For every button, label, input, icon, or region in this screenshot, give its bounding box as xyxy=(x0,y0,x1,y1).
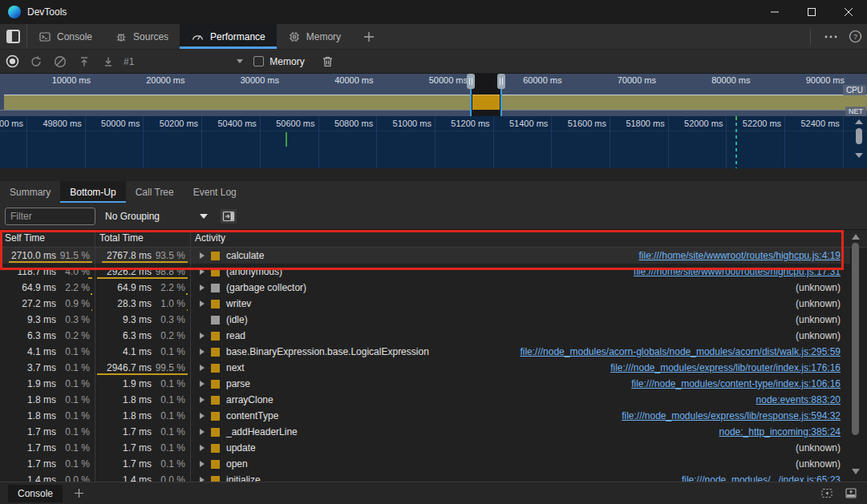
svg-text:?: ? xyxy=(853,33,857,41)
timeline-overview[interactable]: 10000 ms20000 ms30000 ms40000 ms50000 ms… xyxy=(0,74,867,116)
quick-view-panel-icon[interactable] xyxy=(845,487,857,499)
activity-color-swatch xyxy=(211,428,220,437)
help-icon[interactable]: ? xyxy=(843,25,867,49)
expand-arrow-icon[interactable] xyxy=(200,252,205,259)
table-row[interactable]: 4.1 ms0.1 %4.1 ms0.1 %base.BinaryExpress… xyxy=(0,344,850,360)
bottom-up-table: Self Time Total Time Activity 2710.0 ms9… xyxy=(0,230,867,482)
table-scroll-up-icon[interactable] xyxy=(852,234,860,240)
expand-arrow-icon[interactable] xyxy=(200,284,205,291)
tab-event-log[interactable]: Event Log xyxy=(184,181,246,203)
drawer-add-tab-button[interactable] xyxy=(74,488,84,498)
restore-dock-icon[interactable] xyxy=(820,487,833,499)
table-row[interactable]: 1.8 ms0.1 %1.8 ms0.1 %contentTypefile://… xyxy=(0,408,850,424)
column-activity[interactable]: Activity xyxy=(190,230,867,247)
chevron-down-icon xyxy=(200,214,208,219)
activity-name: calculate xyxy=(226,250,264,261)
source-location-link[interactable]: file:///node_modules/express/lib/respons… xyxy=(622,410,841,421)
self-time-percent: 0.1 % xyxy=(56,410,90,421)
maximize-button[interactable] xyxy=(793,0,830,24)
table-row[interactable]: 1.7 ms0.1 %1.7 ms0.1 %_addHeaderLinenode… xyxy=(0,424,850,440)
expand-arrow-icon[interactable] xyxy=(200,381,205,387)
drawer-tab-console[interactable]: Console xyxy=(8,485,63,502)
source-location-link[interactable]: file:///node_modules/content-type/index.… xyxy=(631,378,841,389)
table-row[interactable]: 3.7 ms0.1 %2946.7 ms99.5 %nextfile:///no… xyxy=(0,360,850,376)
heaviest-stack-toggle[interactable] xyxy=(221,209,237,224)
add-tab-button[interactable] xyxy=(352,24,386,49)
source-location-link[interactable]: node:_http_incoming:385:24 xyxy=(719,426,841,437)
selection-left-handle[interactable] xyxy=(467,74,475,89)
table-row[interactable]: 6.3 ms0.2 %6.3 ms0.2 %read(unknown) xyxy=(0,328,850,344)
source-location-link[interactable]: file:///node_modules/express/lib/router/… xyxy=(610,362,841,373)
focus-page-button[interactable] xyxy=(0,24,27,49)
save-profile-icon[interactable] xyxy=(96,50,120,73)
drawer-console-label: Console xyxy=(18,488,53,499)
column-total-time[interactable]: Total Time xyxy=(95,230,190,247)
expand-arrow-icon[interactable] xyxy=(200,349,205,355)
minimize-button[interactable] xyxy=(756,0,793,24)
table-row[interactable]: 1.7 ms0.1 %1.7 ms0.1 %update(unknown) xyxy=(0,440,850,456)
source-location-link[interactable]: file:///home/site/wwwroot/routes/highcpu… xyxy=(634,266,841,277)
total-time-percent: 0.1 % xyxy=(152,346,185,357)
detail-panel-tabs: Summary Bottom-Up Call Tree Event Log xyxy=(0,181,867,203)
column-self-time[interactable]: Self Time xyxy=(0,230,95,247)
timeline-detail[interactable]: 00 ms49800 ms50000 ms50200 ms50400 ms506… xyxy=(0,116,867,168)
tab-memory[interactable]: Memory xyxy=(277,24,352,49)
flame-scroll-up-icon[interactable] xyxy=(855,119,863,124)
expand-arrow-icon[interactable] xyxy=(200,333,205,339)
table-row[interactable]: 1.4 ms0.0 %1.4 ms0.0 %initializefile:///… xyxy=(0,472,850,482)
source-location-link[interactable]: file:///node_modules/acorn-globals/node_… xyxy=(520,346,841,357)
tab-console[interactable]: Console xyxy=(27,24,103,49)
expand-arrow-icon[interactable] xyxy=(200,429,205,435)
table-row[interactable]: 1.8 ms0.1 %1.8 ms0.1 %arrayClonenode:eve… xyxy=(0,392,850,408)
expand-arrow-icon[interactable] xyxy=(200,413,205,419)
total-time-cell: 1.4 ms0.0 % xyxy=(95,472,190,482)
expand-arrow-icon[interactable] xyxy=(200,365,205,371)
load-profile-icon[interactable] xyxy=(72,50,96,73)
total-percent-bar xyxy=(187,309,188,311)
filter-input[interactable] xyxy=(5,208,95,225)
expand-arrow-icon[interactable] xyxy=(200,461,205,467)
source-location-link[interactable]: file:///home/site/wwwroot/routes/highcpu… xyxy=(639,250,841,261)
table-row[interactable]: 1.7 ms0.1 %1.7 ms0.1 %open(unknown) xyxy=(0,456,850,472)
table-scrollbar-thumb[interactable] xyxy=(852,243,859,435)
source-location-text: (unknown) xyxy=(796,314,841,325)
total-time-value: 1.7 ms xyxy=(123,426,152,437)
flame-scrollbar-thumb[interactable] xyxy=(856,128,862,144)
expand-arrow-icon[interactable] xyxy=(200,300,205,307)
flame-scroll-down-icon[interactable] xyxy=(855,153,863,158)
selection-right-handle[interactable] xyxy=(497,74,505,89)
overview-tick-label: 50000 ms xyxy=(379,75,468,85)
clear-icon[interactable] xyxy=(48,50,72,73)
activity-cell: contentTypefile:///node_modules/express/… xyxy=(190,408,850,424)
close-button[interactable] xyxy=(830,0,867,24)
table-row[interactable]: 118.7 ms4.0 %2926.2 ms98.8 %(anonymous)f… xyxy=(0,264,850,280)
tab-sources-label: Sources xyxy=(133,31,168,42)
record-icon[interactable] xyxy=(0,50,24,73)
table-row[interactable]: 1.9 ms0.1 %1.9 ms0.1 %parsefile:///node_… xyxy=(0,376,850,392)
history-dropdown-icon[interactable] xyxy=(237,59,243,63)
tab-call-tree[interactable]: Call Tree xyxy=(126,181,184,203)
more-options-icon[interactable] xyxy=(819,25,843,49)
tab-sources[interactable]: Sources xyxy=(103,24,180,49)
source-location-link[interactable]: node:events:883:20 xyxy=(756,394,841,405)
expand-arrow-icon[interactable] xyxy=(200,397,205,403)
tab-bottom-up[interactable]: Bottom-Up xyxy=(60,181,125,203)
table-row[interactable]: 27.2 ms0.9 %28.3 ms1.0 %writev(unknown) xyxy=(0,296,850,312)
table-row[interactable]: 2710.0 ms91.5 %2767.8 ms93.5 %calculatef… xyxy=(0,248,850,264)
self-time-cell: 1.9 ms0.1 % xyxy=(0,376,95,392)
memory-checkbox[interactable] xyxy=(253,56,264,67)
trash-icon[interactable] xyxy=(316,50,340,73)
activity-cell: initializefile:///node_modules/.../index… xyxy=(190,472,850,482)
table-scroll-down-icon[interactable] xyxy=(852,469,860,474)
source-location-link[interactable]: file:///node_modules/.../index.js:65:23 xyxy=(682,474,841,482)
table-row[interactable]: 9.3 ms0.3 %9.3 ms0.3 %(idle)(unknown) xyxy=(0,312,850,328)
tab-performance[interactable]: Performance xyxy=(180,24,277,49)
expand-arrow-icon[interactable] xyxy=(200,445,205,451)
expand-arrow-icon[interactable] xyxy=(200,268,205,275)
grouping-select[interactable]: No Grouping xyxy=(105,211,208,222)
reload-record-icon[interactable] xyxy=(24,50,48,73)
tab-event-log-label: Event Log xyxy=(193,187,237,198)
total-time-percent: 93.5 % xyxy=(152,250,185,261)
table-row[interactable]: 64.9 ms2.2 %64.9 ms2.2 %(garbage collect… xyxy=(0,280,850,296)
tab-summary[interactable]: Summary xyxy=(0,181,60,203)
